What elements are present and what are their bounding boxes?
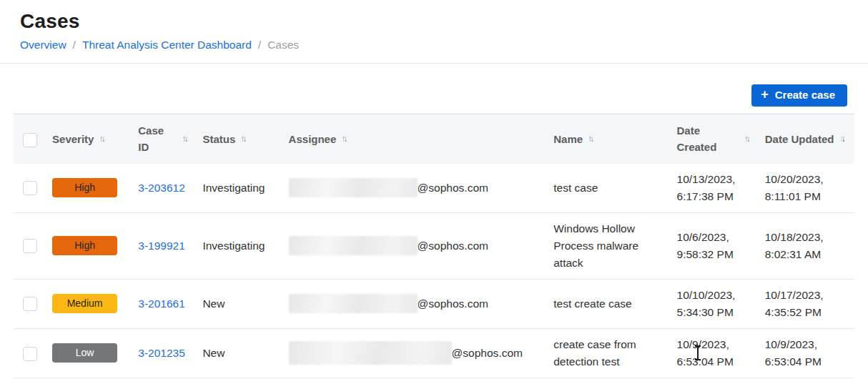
select-all-header	[14, 114, 45, 164]
column-header-date-updated[interactable]: Date Updated↑↓	[758, 114, 854, 164]
date-created-cell: 10/6/2023, 9:58:32 PM	[670, 212, 758, 279]
date-updated-cell: 10/17/2023, 4:35:52 PM	[758, 279, 854, 328]
page-header: Cases Overview / Threat Analysis Center …	[0, 0, 868, 64]
table-header-row: Severity↑↓ Case ID↑↓ Status↑↓ Assignee↑↓…	[14, 114, 854, 164]
sort-icon: ↑↓	[240, 132, 247, 146]
status-cell: Investigating	[195, 212, 281, 279]
name-cell: create case from detection test	[546, 328, 669, 378]
case-id-link[interactable]: 3-201235	[138, 347, 185, 359]
assignee-cell: @sophos.com	[289, 341, 540, 365]
assignee-domain: @sophos.com	[418, 295, 488, 312]
column-label: Date Created	[677, 122, 739, 156]
column-header-assignee[interactable]: Assignee↑↓	[282, 114, 547, 164]
redacted-assignee-name	[289, 178, 418, 197]
table-row: Medium 3-201661 New @sophos.com test cre…	[14, 279, 854, 328]
breadcrumb-separator: /	[258, 39, 261, 51]
case-id-link[interactable]: 3-201661	[138, 297, 185, 310]
column-label: Name	[553, 131, 583, 147]
column-header-date-created[interactable]: Date Created↑↓	[670, 114, 758, 164]
status-cell: Investigating	[195, 164, 281, 213]
column-label: Status	[202, 131, 235, 147]
breadcrumb: Overview / Threat Analysis Center Dashbo…	[20, 39, 848, 51]
severity-badge: High	[52, 236, 117, 255]
breadcrumb-current: Cases	[267, 39, 299, 51]
status-cell: New	[195, 328, 281, 378]
sort-desc-icon: ↑↓	[839, 132, 845, 146]
table-row: High 3-203612 Investigating @sophos.com …	[14, 164, 854, 213]
column-label: Assignee	[289, 131, 337, 147]
assignee-cell: @sophos.com	[289, 178, 540, 197]
assignee-domain: @sophos.com	[418, 237, 488, 255]
name-cell: test case	[546, 164, 669, 213]
column-label: Case ID	[138, 122, 177, 156]
sort-icon: ↑↓	[182, 132, 188, 146]
date-updated-cell: 10/9/2023, 6:53:04 PM	[758, 328, 854, 378]
page-title: Cases	[20, 10, 848, 33]
date-created-cell: 10/9/2023, 6:53:04 PM	[670, 328, 758, 378]
assignee-domain: @sophos.com	[452, 345, 523, 362]
breadcrumb-separator: /	[73, 39, 76, 51]
column-header-name[interactable]: Name↑↓	[546, 114, 669, 164]
date-updated-cell: 10/20/2023, 8:11:01 PM	[758, 164, 854, 213]
severity-badge: Low	[52, 343, 117, 363]
redacted-assignee-name	[289, 294, 418, 313]
column-header-status[interactable]: Status↑↓	[195, 114, 281, 164]
case-id-link[interactable]: 3-203612	[138, 182, 185, 194]
case-id-link[interactable]: 3-199921	[138, 240, 185, 252]
select-all-checkbox[interactable]	[23, 133, 37, 147]
row-checkbox[interactable]	[23, 181, 37, 195]
column-label: Date Updated	[765, 131, 834, 147]
column-label: Severity	[52, 131, 94, 147]
date-created-cell: 10/10/2023, 5:34:30 PM	[670, 279, 758, 328]
sort-icon: ↑↓	[341, 132, 347, 146]
plus-icon: +	[761, 88, 769, 101]
name-cell: test create case	[546, 279, 669, 328]
create-case-button-label: Create case	[775, 89, 835, 102]
name-cell: Windows Hollow Process malware attack	[546, 212, 669, 279]
sort-icon: ↑↓	[99, 132, 105, 146]
severity-badge: Medium	[52, 294, 117, 313]
create-case-button[interactable]: + Create case	[751, 84, 847, 107]
row-checkbox[interactable]	[23, 347, 37, 361]
breadcrumb-link-threat-analysis-center-dashboard[interactable]: Threat Analysis Center Dashboard	[82, 39, 252, 51]
breadcrumb-link-overview[interactable]: Overview	[20, 39, 66, 51]
cases-table-container: Severity↑↓ Case ID↑↓ Status↑↓ Assignee↑↓…	[0, 114, 868, 378]
severity-badge: High	[52, 178, 117, 197]
date-updated-cell: 10/18/2023, 8:02:31 AM	[758, 212, 854, 279]
toolbar: + Create case	[0, 64, 868, 114]
status-cell: New	[195, 279, 281, 328]
assignee-domain: @sophos.com	[418, 179, 488, 197]
row-checkbox[interactable]	[23, 239, 37, 253]
cases-table: Severity↑↓ Case ID↑↓ Status↑↓ Assignee↑↓…	[14, 114, 854, 378]
column-header-case-id[interactable]: Case ID↑↓	[131, 114, 195, 164]
redacted-assignee-name	[289, 236, 418, 255]
assignee-cell: @sophos.com	[289, 294, 540, 313]
assignee-cell: @sophos.com	[289, 236, 540, 255]
column-header-severity[interactable]: Severity↑↓	[45, 114, 131, 164]
redacted-assignee-name	[289, 341, 452, 365]
table-row: High 3-199921 Investigating @sophos.com …	[14, 212, 854, 279]
sort-icon: ↑↓	[744, 132, 751, 146]
sort-icon: ↑↓	[588, 132, 594, 146]
date-created-cell: 10/13/2023, 6:17:38 PM	[670, 164, 758, 213]
row-checkbox[interactable]	[23, 297, 37, 311]
table-row: Low 3-201235 New @sophos.com create case…	[14, 328, 854, 378]
